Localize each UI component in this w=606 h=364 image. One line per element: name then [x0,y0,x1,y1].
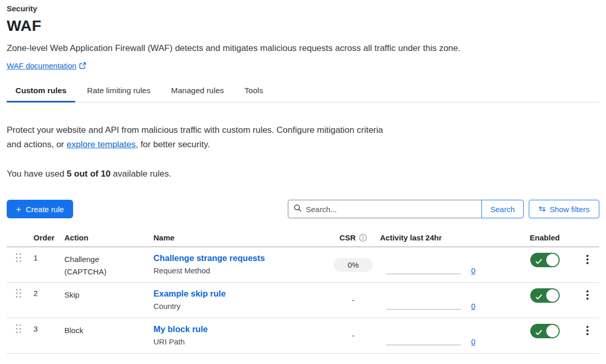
rule-name-link[interactable]: Example skip rule [153,288,226,299]
column-header-order: Order [33,233,64,242]
rule-enabled-cell [530,324,560,340]
rule-action: Challenge (CAPTCHA) [64,247,153,278]
grip-dots-icon[interactable] [16,324,22,333]
rule-activity-cell: 0 [380,318,486,353]
csr-dash: - [352,296,355,304]
rule-csr-cell: 0% [334,258,373,272]
kebab-menu-icon[interactable] [583,325,592,336]
rules-table-body: 1 Challenge (CAPTCHA) Challenge strange … [7,247,599,354]
usage-count: 5 out of 10 [67,169,111,179]
checkmark-icon [535,293,542,302]
rule-order: 3 [33,318,64,333]
activity-sparkline [386,273,461,274]
column-header-enabled: Enabled [530,233,560,242]
csr-dash: - [352,331,355,340]
rule-order: 1 [33,247,64,262]
search-box [288,200,482,218]
rule-expression-field: URI Path [153,337,326,347]
activity-count-link[interactable]: 0 [471,302,475,310]
rule-name-cell: Challenge strange requests Request Metho… [153,247,326,276]
page-title: WAF [7,17,599,34]
waf-documentation-link[interactable]: WAF documentation [7,61,86,70]
intro-text-after: , for better security. [135,140,210,149]
rule-name-link[interactable]: Challenge strange requests [153,252,265,264]
rule-activity-cell: 0 [380,247,486,282]
rule-order: 2 [33,283,64,298]
rule-row: 1 Challenge (CAPTCHA) Challenge strange … [7,247,599,283]
checkmark-icon [535,328,542,338]
rule-csr-cell: - [352,296,355,305]
column-header-activity: Activity last 24hr [380,233,486,242]
show-filters-button[interactable]: ⇆ Show filters [529,200,599,218]
rule-name-cell: Example skip rule Country [153,283,326,311]
kebab-menu-icon[interactable] [583,254,592,265]
intro-text: Protect your website and API from malici… [7,123,385,152]
tab-tools[interactable]: Tools [236,86,272,102]
enabled-toggle[interactable] [530,253,560,267]
rule-name-link[interactable]: My block rule [153,323,207,335]
waf-documentation-link-label: WAF documentation [7,61,76,70]
rule-row: 2 Skip Example skip rule Country - 0 [7,283,599,318]
activity-count-link[interactable]: 0 [471,267,475,274]
grip-dots-icon[interactable] [16,289,22,298]
toggle-knob [546,289,559,302]
search-icon [293,204,302,214]
swap-arrows-icon: ⇆ [539,205,545,213]
rule-name-cell: My block rule URI Path [153,318,326,347]
column-header-csr-label: CSR [339,233,356,242]
tab-custom-rules[interactable]: Custom rules [7,86,75,102]
kebab-menu-icon[interactable] [583,289,592,301]
toggle-knob [546,254,559,266]
activity-sparkline [386,309,461,310]
csr-badge: 0% [334,258,373,272]
show-filters-label: Show filters [549,205,590,214]
enabled-toggle[interactable] [530,288,560,303]
toggle-knob [546,325,559,337]
column-header-csr: CSR [339,233,367,242]
rule-csr-cell: - [352,331,355,340]
rule-action: Block [64,318,153,337]
column-header-action: Action [64,233,153,242]
page-description: Zone-level Web Application Firewall (WAF… [7,43,599,54]
rules-table-header: Order Action Name CSR Activity last 24hr… [7,230,599,247]
activity-count-link[interactable]: 0 [471,338,475,345]
create-rule-label: Create rule [26,205,64,214]
rules-toolbar: + Create rule Search ⇆ Show filt [7,200,599,218]
activity-sparkline [386,344,461,345]
plus-icon: + [16,205,21,214]
waf-page: Security WAF Zone-level Web Application … [0,0,606,354]
rule-row: 3 Block My block rule URI Path - 0 [7,318,599,354]
tab-managed-rules[interactable]: Managed rules [162,86,233,102]
rule-expression-field: Country [153,301,326,311]
grip-dots-icon[interactable] [16,253,22,262]
external-link-icon [79,62,86,69]
search-input[interactable] [306,205,476,214]
breadcrumb: Security [7,4,599,13]
search-button[interactable]: Search [481,200,524,218]
enabled-toggle[interactable] [530,324,560,338]
rule-activity-cell: 0 [380,283,486,318]
rule-enabled-cell [530,253,560,269]
tabs: Custom rulesRate limiting rulesManaged r… [7,86,599,102]
usage-prefix: You have used [7,169,67,179]
rule-expression-field: Request Method [153,266,326,276]
usage-suffix: available rules. [111,169,171,179]
create-rule-button[interactable]: + Create rule [7,200,73,218]
usage-text: You have used 5 out of 10 available rule… [7,169,599,179]
checkmark-icon [535,257,542,267]
info-circle-icon[interactable] [359,234,367,242]
rule-enabled-cell [530,288,560,305]
column-header-name: Name [153,233,326,242]
rules-table: Order Action Name CSR Activity last 24hr… [7,230,599,354]
explore-templates-link[interactable]: explore templates [66,140,135,149]
rule-action: Skip [64,283,153,301]
tab-rate-limiting-rules[interactable]: Rate limiting rules [78,86,159,102]
search-group: Search [288,200,524,218]
